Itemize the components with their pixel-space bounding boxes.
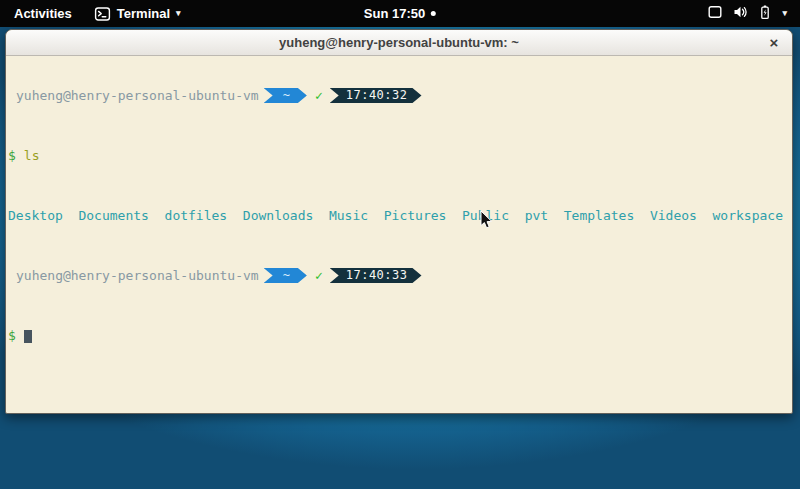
terminal-content[interactable]: yuheng@henry-personal-ubuntu-vm ~ ✓ 17:4… — [6, 56, 792, 413]
command-line: $ls — [8, 148, 792, 163]
shell-prompt-symbol: $ — [8, 148, 16, 163]
shell-prompt-symbol: $ — [8, 328, 16, 343]
titlebar[interactable]: yuheng@henry-personal-ubuntu-vm: ~ × — [6, 30, 792, 56]
prompt-line: yuheng@henry-personal-ubuntu-vm ~ ✓ 17:4… — [8, 88, 792, 103]
terminal-window: yuheng@henry-personal-ubuntu-vm: ~ × yuh… — [5, 29, 793, 414]
directory-entry: pvt — [525, 208, 548, 223]
status-check-icon: ✓ — [315, 268, 323, 283]
window-title: yuheng@henry-personal-ubuntu-vm: ~ — [279, 35, 519, 50]
app-menu-terminal[interactable]: Terminal ▾ — [86, 0, 189, 27]
directory-entry: Desktop — [8, 208, 63, 223]
text-cursor — [24, 330, 32, 343]
prompt-time-segment: 17:40:33 — [330, 268, 422, 283]
volume-icon — [732, 4, 748, 23]
prompt-username: yuheng@henry-personal-ubuntu-vm — [8, 88, 259, 103]
current-command-line[interactable]: $ — [8, 328, 792, 343]
directory-entry: Documents — [78, 208, 148, 223]
close-button[interactable]: × — [765, 34, 783, 52]
system-menu[interactable]: ▾ — [694, 0, 800, 27]
prompt-line: yuheng@henry-personal-ubuntu-vm ~ ✓ 17:4… — [8, 268, 792, 283]
clock-button[interactable]: Sun 17:50 — [356, 0, 444, 27]
prompt-cwd-segment: ~ — [264, 88, 307, 103]
prompt-username: yuheng@henry-personal-ubuntu-vm — [8, 268, 259, 283]
terminal-icon — [94, 6, 111, 22]
directory-entry: Pictures — [384, 208, 447, 223]
top-bar: Activities Terminal ▾ Sun 17:50 — [0, 0, 800, 27]
battery-charging-icon — [757, 4, 773, 23]
notification-dot-icon — [431, 11, 436, 16]
directory-entry: Templates — [564, 208, 634, 223]
activities-button[interactable]: Activities — [0, 0, 86, 27]
chevron-down-icon: ▾ — [782, 9, 787, 18]
directory-entry: dotfiles — [165, 208, 228, 223]
directory-entry: Music — [329, 208, 368, 223]
clock-label: Sun 17:50 — [364, 6, 425, 21]
directory-entry: Videos — [650, 208, 697, 223]
prompt-cwd-segment: ~ — [264, 268, 307, 283]
ls-output-line: Desktop Documents dotfiles Downloads Mus… — [8, 208, 792, 223]
typed-command: ls — [24, 148, 40, 163]
screen-icon — [707, 4, 723, 23]
prompt-time-segment: 17:40:32 — [330, 88, 422, 103]
directory-entry: Downloads — [243, 208, 313, 223]
status-check-icon: ✓ — [315, 88, 323, 103]
chevron-down-icon: ▾ — [176, 9, 181, 18]
directory-entry: workspace — [713, 208, 783, 223]
mouse-pointer-icon — [480, 210, 494, 234]
app-menu-label: Terminal — [117, 6, 170, 21]
